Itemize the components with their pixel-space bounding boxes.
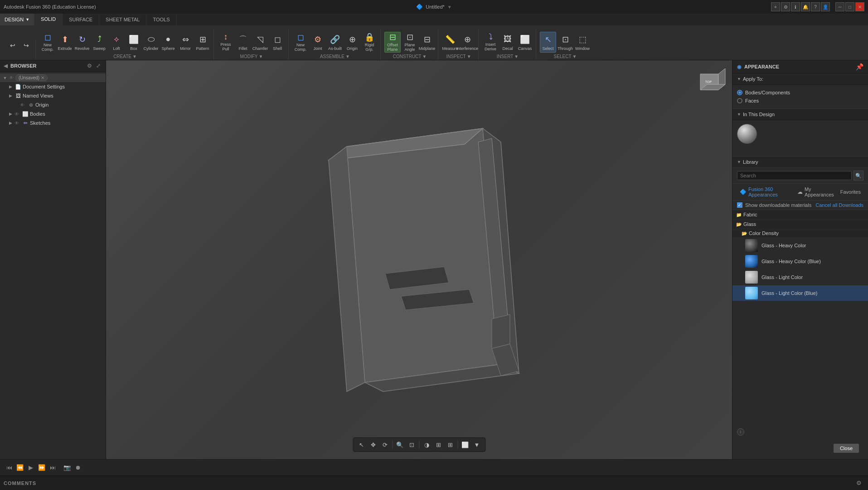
zoom-btn[interactable]: 🔍 [394, 439, 405, 450]
view-options-btn[interactable]: ⊞ [445, 439, 456, 450]
material-glass-heavy-blue[interactable]: Glass - Heavy Color (Blue) [732, 254, 868, 270]
tree-toggle-bodies[interactable]: ▶ [7, 111, 14, 117]
bodies-components-radio[interactable] [737, 90, 742, 95]
material-glass-heavy[interactable]: Glass - Heavy Color [732, 238, 868, 254]
help-btn[interactable]: ? [811, 2, 820, 11]
measure-btn[interactable]: 📏 Measure [442, 32, 458, 53]
material-swatch-steel[interactable] [737, 124, 757, 144]
tree-item-named-views[interactable]: ▶ 🖼 Named Views [0, 91, 106, 100]
cursor-tool-btn[interactable]: ↖ [356, 439, 367, 450]
press-pull-btn[interactable]: ↕ Press Pull [218, 32, 234, 53]
mirror-btn[interactable]: ⇔ Mirror [177, 32, 194, 53]
comments-settings-btn[interactable]: ⚙ [853, 478, 864, 489]
close-button[interactable]: Close [834, 444, 859, 453]
faces-radio-row[interactable]: Faces [737, 97, 863, 105]
tree-item-root[interactable]: ▼ 👁 (Unsaved) ✕ [0, 74, 106, 82]
info-btn[interactable]: ℹ [791, 2, 800, 11]
pattern-btn[interactable]: ⊞ Pattern [194, 32, 211, 53]
tree-toggle-named-views[interactable]: ▶ [7, 93, 14, 99]
prev-frame-btn[interactable]: ⏪ [15, 462, 25, 473]
close-btn[interactable]: ✕ [855, 2, 864, 11]
in-this-design-header[interactable]: ▼ In This Design [732, 109, 868, 120]
box-btn[interactable]: ⬜ Box [126, 32, 142, 53]
subcategory-color-density[interactable]: 📂 Color Density [732, 229, 868, 238]
tree-item-doc-settings[interactable]: ▶ 📄 Document Settings [0, 82, 106, 91]
info-icon[interactable]: i [737, 428, 744, 436]
construct-active-btn[interactable]: ⊟ Offset Plane [384, 32, 401, 53]
select-through-btn[interactable]: ⊡ Through [557, 32, 573, 53]
apply-to-header[interactable]: ▼ Apply To: [732, 74, 868, 85]
decal-btn[interactable]: 🖼 Decal [499, 32, 516, 53]
extrude-btn[interactable]: ⬆ Extrude [57, 32, 73, 53]
viewport[interactable]: TOP ↖ ✥ ⟳ 🔍 ⊡ ◑ ⊞ ⊞ ⬜ ▼ [106, 60, 732, 459]
faces-radio[interactable] [737, 98, 742, 103]
visibility-icon-root[interactable]: 👁 [8, 75, 15, 81]
timeline-settings-btn[interactable]: 📷 [62, 462, 73, 473]
shell-btn[interactable]: ◻ Shell [269, 32, 286, 53]
browser-expand-icon[interactable]: ⤢ [95, 62, 102, 69]
asbuilt-joint-btn[interactable]: 🔗 As-built [327, 32, 343, 53]
interference-btn[interactable]: ⊕ Interference [459, 32, 475, 53]
undo-btn[interactable]: ↩ [6, 39, 19, 52]
tab-sheet-metal[interactable]: SHEET METAL [99, 14, 146, 25]
notification-btn[interactable]: 🔔 [801, 2, 810, 11]
appearance-pin-btn[interactable]: 📌 [856, 63, 863, 70]
pan-tool-btn[interactable]: ✥ [368, 439, 378, 450]
tab-favorites[interactable]: Favorites [838, 186, 863, 198]
orbit-tool-btn[interactable]: ⟳ [379, 439, 390, 450]
grid-btn[interactable]: ⊞ [433, 439, 444, 450]
maximize-btn[interactable]: □ [845, 2, 854, 11]
timeline-record-btn[interactable]: ⏺ [73, 462, 83, 473]
browser-collapse-btn[interactable]: ◀ [4, 63, 8, 69]
tab-fusion-appearances[interactable]: 🔷 Fusion 360 Appearances [737, 186, 794, 198]
design-dropdown[interactable]: DESIGN ▼ [0, 14, 34, 25]
rigid-group-btn[interactable]: 🔒 Rigid Grp. [361, 32, 378, 53]
category-glass[interactable]: 📂 Glass [732, 220, 868, 229]
new-component-btn[interactable]: ◻ New Comp. [39, 32, 56, 53]
last-frame-btn[interactable]: ⏭ [47, 462, 58, 473]
material-glass-light[interactable]: Glass - Light Color [732, 270, 868, 285]
tree-item-origin[interactable]: 👁 ⊕ Origin [0, 100, 106, 109]
badge-close-btn[interactable]: ✕ [41, 75, 44, 80]
nav-cube[interactable]: TOP [691, 65, 727, 101]
canvas-btn[interactable]: ⬜ Canvas [517, 32, 533, 53]
cylinder-btn[interactable]: ⬭ Cylinder [143, 32, 159, 53]
midplane-btn[interactable]: ⊟ Midplane [419, 32, 435, 53]
tree-toggle-sketches[interactable]: ▶ [7, 120, 14, 126]
play-btn[interactable]: ▶ [25, 462, 36, 473]
insert-derive-btn[interactable]: ⤵ Insert Derive [482, 32, 499, 53]
revolve-btn[interactable]: ↻ Revolve [74, 32, 90, 53]
fillet-btn[interactable]: ⌒ Fillet [235, 32, 251, 53]
viewport-background[interactable]: TOP ↖ ✥ ⟳ 🔍 ⊡ ◑ ⊞ ⊞ ⬜ ▼ [106, 60, 732, 459]
bodies-components-radio-row[interactable]: Bodies/Components [737, 88, 863, 97]
search-button[interactable]: 🔍 [853, 171, 863, 181]
joint-btn[interactable]: ⚙ Joint [310, 32, 326, 53]
visibility-icon-origin[interactable]: 👁 [19, 102, 25, 108]
loft-btn[interactable]: ⟡ Loft [108, 32, 125, 53]
select-btn[interactable]: ↖ Select [540, 32, 556, 53]
first-frame-btn[interactable]: ⏮ [4, 462, 15, 473]
chamfer-btn[interactable]: ◹ Chamfer [252, 32, 268, 53]
view-cube-btn[interactable]: ⬜ [460, 439, 470, 450]
more-options-btn[interactable]: ▼ [471, 439, 482, 450]
show-downloadable-checkbox[interactable]: ✓ [737, 202, 742, 208]
tab-solid[interactable]: SOLID [34, 14, 63, 25]
tree-item-bodies[interactable]: ▶ 👁 ⬜ Bodies [0, 109, 106, 118]
sphere-btn[interactable]: ● Sphere [160, 32, 176, 53]
assemble-new-comp-btn[interactable]: ◻ New Comp. [292, 32, 309, 53]
settings-btn[interactable]: ⚙ [781, 2, 790, 11]
display-mode-btn[interactable]: ◑ [421, 439, 432, 450]
fit-btn[interactable]: ⊡ [406, 439, 417, 450]
tab-my-appearances[interactable]: ☁ My Appearances [795, 186, 837, 198]
joint-origin-btn[interactable]: ⊕ Origin [344, 32, 360, 53]
tree-toggle-root[interactable]: ▼ [2, 75, 8, 81]
browser-settings-icon[interactable]: ⚙ [86, 62, 93, 69]
tree-toggle-doc-settings[interactable]: ▶ [7, 83, 14, 90]
library-header[interactable]: ▼ Library [732, 157, 868, 168]
visibility-icon-sketches[interactable]: 👁 [14, 120, 20, 126]
next-frame-btn[interactable]: ⏩ [36, 462, 47, 473]
window-select-btn[interactable]: ⬚ Window [574, 32, 591, 53]
material-glass-light-blue[interactable]: Glass - Light Color (Blue) [732, 285, 868, 301]
new-tab-btn[interactable]: + [771, 2, 780, 11]
sweep-btn[interactable]: ⤴ Sweep [91, 32, 107, 53]
